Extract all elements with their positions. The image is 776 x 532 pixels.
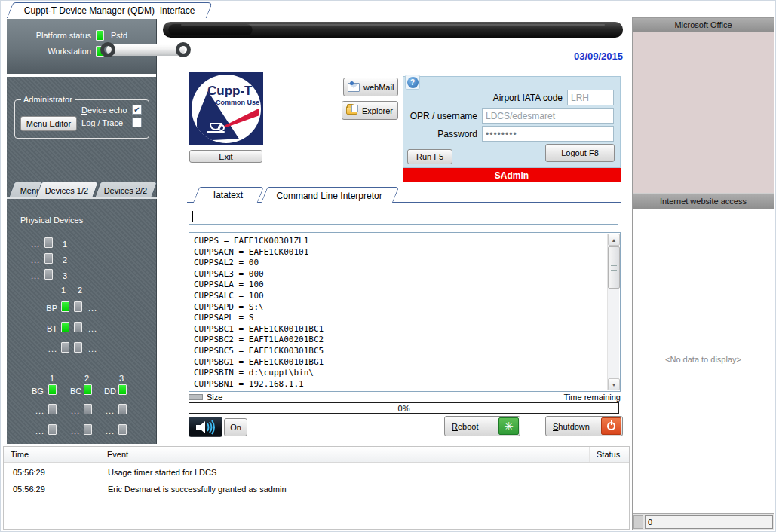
reboot-button[interactable]: Reboot ✳ (444, 416, 520, 436)
tab-devices-1-label: Devices 1/2 (45, 186, 88, 195)
device-tabs: Menu Devices 2/2 Devices 1/2 (7, 180, 157, 198)
tab-command-line-interpretor[interactable]: Command Line Interpretor (261, 187, 400, 203)
logout-f8-button[interactable]: Logout F8 (545, 144, 615, 162)
event-time: 05:56:29 (4, 468, 100, 477)
reboot-icon: ✳ (498, 417, 519, 435)
password-input[interactable] (482, 126, 614, 142)
tab-devices-2-label: Devices 2/2 (104, 186, 147, 195)
administrator-groupbox: Administrator Menu Editor Device echo ✔ … (14, 99, 149, 139)
console-output[interactable]: CUPPS = EAFE1CK00301ZL1CUPPSACN = EAFE1C… (189, 232, 621, 392)
iata-label: Airport IATA code (403, 93, 567, 103)
event-row[interactable]: 05:56:29 Eric Desmaret is successfully g… (4, 482, 629, 496)
help-icon: ? (407, 77, 419, 88)
footer-corner-cell (633, 515, 643, 529)
menu-editor-label: Menu Editor (26, 119, 71, 128)
speaker-icon (195, 420, 217, 435)
console-text: CUPPS = EAFE1CK00301ZL1CUPPSACN = EAFE1C… (194, 236, 605, 390)
time-remaining-label: Time remaining (564, 393, 621, 402)
power-bar (611, 420, 612, 425)
column-header: 2 (84, 374, 89, 383)
counter-field[interactable] (645, 515, 773, 529)
device-placeholder: ... (31, 255, 40, 264)
event-text: Eric Desmaret is successfully granted as… (100, 485, 590, 494)
device-placeholder: ... (106, 427, 115, 436)
device-placeholder: ... (88, 304, 97, 313)
exit-label: Exit (219, 152, 232, 161)
device-indicator (74, 322, 82, 332)
window-tab-title: Cuppt-T Device Manager (QDM) Interface (24, 5, 195, 16)
tab-command-line-label: Command Line Interpretor (277, 191, 382, 201)
webmail-label: webMail (363, 83, 394, 92)
event-row[interactable]: 05:56:29 Usage timer started for LDCS (4, 466, 629, 479)
device-placeholder: ... (88, 324, 97, 333)
logo-subtitle: Common Use (216, 99, 259, 106)
device-indicator (44, 237, 53, 248)
scroll-down-icon[interactable]: ▼ (608, 378, 620, 390)
column-header: 2 (78, 286, 82, 295)
username-label: OPR / username (403, 111, 482, 121)
cupp-t-logo: Cupp-T Common Use (189, 72, 263, 145)
column-header-status[interactable]: Status (590, 447, 629, 462)
device-label-bt: BT (29, 324, 57, 333)
device-indicator (118, 424, 127, 435)
iata-input[interactable] (567, 90, 614, 105)
right-panel-footer (633, 513, 774, 530)
logout-f8-label: Logout F8 (561, 148, 599, 157)
log-trace-checkbox[interactable] (132, 118, 142, 127)
device-indicator (74, 301, 82, 312)
text-caret (192, 211, 193, 222)
device-echo-label: Device echo (81, 105, 127, 115)
progress-text: 0% (398, 404, 410, 413)
exit-button[interactable]: Exit (189, 150, 262, 163)
menu-editor-button[interactable]: Menu Editor (20, 116, 77, 131)
coffee-cup-icon (210, 123, 222, 130)
tab-devices-2[interactable]: Devices 2/2 (94, 182, 158, 198)
column-header-time[interactable]: Time (4, 447, 100, 462)
device-indicator (84, 424, 92, 435)
column-header: 1 (50, 374, 54, 383)
device-number: 2 (63, 255, 67, 264)
explorer-button[interactable]: Explorer (342, 101, 398, 120)
device-placeholder: ... (35, 427, 44, 436)
tab-iatatext[interactable]: Iatatext (193, 187, 264, 203)
webmail-button[interactable]: webMail (343, 78, 398, 96)
check-icon: ✔ (133, 105, 140, 114)
device-placeholder: ... (88, 344, 97, 353)
device-label-dd: DD (104, 387, 116, 396)
run-f5-button[interactable]: Run F5 (407, 149, 452, 164)
device-placeholder: ... (31, 271, 40, 280)
office-panel (633, 32, 774, 193)
sound-on-button[interactable]: On (224, 418, 247, 436)
window-tab[interactable]: Cuppt-T Device Manager (QDM) Interface (7, 2, 213, 18)
scroll-up-icon[interactable]: ▲ (608, 234, 620, 246)
logo-circle: Cupp-T Common Use (192, 75, 261, 143)
shutdown-label: Shutdown (547, 422, 590, 431)
device-indicator (48, 404, 57, 414)
size-row: Size Time remaining (189, 392, 621, 402)
device-indicator (61, 322, 69, 332)
pipe-highlight (181, 24, 605, 26)
tab-devices-1[interactable]: Devices 1/2 (35, 182, 99, 198)
console-scrollbar[interactable]: ▲ ▼ (607, 234, 619, 390)
username-input[interactable] (482, 108, 614, 124)
explorer-label: Explorer (362, 106, 393, 115)
speaker-button[interactable] (189, 417, 222, 437)
device-number: 1 (63, 240, 67, 249)
current-date: 03/09/2015 (544, 50, 623, 62)
administrator-title: Administrator (21, 95, 75, 104)
shutdown-button[interactable]: Shutdown (545, 416, 623, 436)
device-echo-checkbox[interactable]: ✔ (132, 105, 142, 115)
device-placeholder: ... (35, 406, 44, 415)
webmail-icon (348, 83, 360, 92)
rod-ring-left (100, 42, 115, 57)
scrollbar-thumb[interactable] (608, 246, 620, 289)
rod-graphic (106, 44, 185, 56)
device-label-bc: BC (70, 387, 81, 396)
device-indicator (48, 424, 57, 435)
interpreter-tabs: Iatatext Command Line Interpretor (187, 186, 621, 203)
column-header-event[interactable]: Event (100, 447, 590, 462)
command-input[interactable] (189, 209, 618, 225)
help-button[interactable]: ? (405, 75, 420, 90)
sound-on-label: On (230, 423, 241, 432)
progress-bar: 0% (189, 402, 619, 414)
